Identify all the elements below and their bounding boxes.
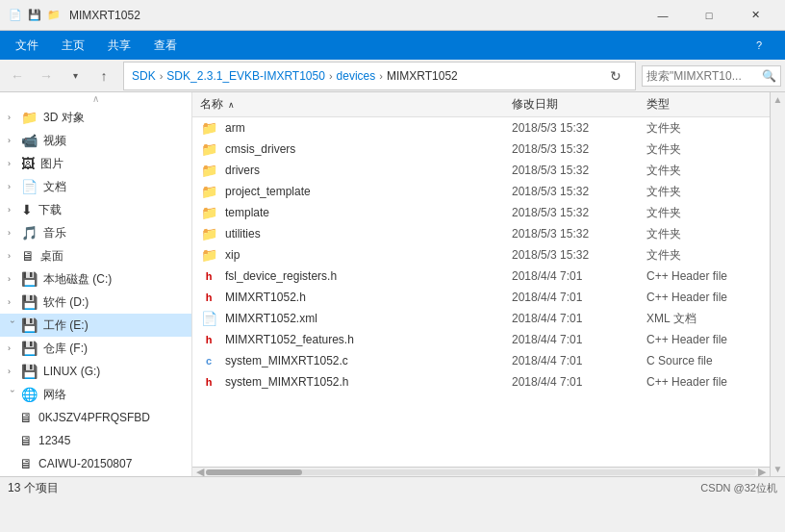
scroll-up-arrow[interactable]: ▲ [772, 92, 785, 107]
v-scrollbar[interactable]: ▲ ▼ [770, 92, 785, 476]
sidebar-item-network[interactable]: › 🌐 网络 [0, 383, 191, 406]
breadcrumb-devices[interactable]: devices [337, 69, 376, 83]
chevron-desktop: › [8, 251, 17, 261]
sidebar-item-music[interactable]: › 🎵 音乐 [0, 221, 191, 244]
recent-button[interactable]: ▾ [62, 63, 89, 89]
file-type: 文件夹 [646, 226, 762, 242]
window-title: MIMXRT1052 [69, 9, 641, 22]
breadcrumb-current[interactable]: MIMXRT1052 [387, 69, 458, 83]
chevron-network: › [8, 390, 17, 399]
file-row[interactable]: h fsl_device_registers.h 2018/4/4 7:01 C… [192, 266, 770, 287]
pictures-icon: 🖼 [21, 156, 35, 171]
sidebar-item-video[interactable]: › 📹 视频 [0, 129, 191, 152]
sidebar-label-network: 网络 [43, 387, 66, 403]
sidebar-item-3d[interactable]: › 📁 3D 对象 [0, 106, 191, 129]
toolbar: ← → ▾ ↑ SDK › SDK_2.3.1_EVKB-IMXRT1050 ›… [0, 60, 785, 92]
breadcrumb-evkb[interactable]: SDK_2.3.1_EVKB-IMXRT1050 [166, 69, 325, 83]
file-row[interactable]: h system_MIMXRT1052.h 2018/4/4 7:01 C++ … [192, 371, 770, 393]
sidebar-label-desktop: 桌面 [40, 248, 63, 265]
file-name: system_MIMXRT1052.h [225, 375, 512, 389]
file-name: arm [225, 121, 512, 135]
menu-view[interactable]: 查看 [142, 31, 189, 60]
chevron-docs: › [8, 182, 17, 191]
search-icon[interactable]: 🔍 [758, 69, 780, 83]
file-row[interactable]: c system_MIMXRT1052.c 2018/4/4 7:01 C So… [192, 350, 770, 371]
file-row[interactable]: h MIMXRT1052_features.h 2018/4/4 7:01 C+… [192, 329, 770, 350]
docs-icon: 📄 [21, 179, 38, 194]
file-row[interactable]: 📁 arm 2018/5/3 15:32 文件夹 [192, 117, 770, 139]
sidebar-item-net2[interactable]: 🖥 12345 [0, 429, 191, 452]
file-date: 2018/5/3 15:32 [512, 142, 646, 156]
refresh-button[interactable]: ↻ [604, 66, 627, 86]
file-date: 2018/4/4 7:01 [512, 354, 646, 367]
file-row[interactable]: 📁 project_template 2018/5/3 15:32 文件夹 [192, 181, 770, 202]
col-type-header[interactable]: 类型 [646, 96, 762, 113]
sidebar-item-net1[interactable]: 🖥 0KJSZV4PFRQSFBD [0, 406, 191, 429]
sort-arrow: ∧ [228, 100, 235, 110]
close-button[interactable]: ✕ [733, 0, 777, 31]
col-date-header[interactable]: 修改日期 [512, 96, 646, 113]
sidebar-scroll-up[interactable]: ∧ [0, 92, 191, 106]
file-row[interactable]: 📁 utilities 2018/5/3 15:32 文件夹 [192, 223, 770, 244]
scroll-right[interactable]: ▶ [758, 466, 766, 476]
menu-share[interactable]: 共享 [96, 31, 142, 60]
file-date: 2018/5/3 15:32 [512, 227, 646, 241]
file-icon: 📁 [200, 205, 217, 220]
file-type: C++ Header file [646, 291, 762, 304]
help-button[interactable]: ? [737, 30, 781, 61]
file-date: 2018/5/3 15:32 [512, 206, 646, 219]
breadcrumb: SDK › SDK_2.3.1_EVKB-IMXRT1050 › devices… [123, 62, 636, 90]
file-icon: h [200, 291, 217, 303]
file-row[interactable]: 📄 MIMXRT1052.xml 2018/4/4 7:01 XML 文档 [192, 308, 770, 329]
linux-icon: 💾 [21, 364, 38, 379]
sidebar-item-downloads[interactable]: › ⬇ 下载 [0, 198, 191, 221]
breadcrumb-sep-2: › [329, 70, 333, 82]
chevron-c: › [8, 274, 17, 284]
file-row[interactable]: 📁 xip 2018/5/3 15:32 文件夹 [192, 244, 770, 266]
back-button[interactable]: ← [4, 63, 31, 89]
sidebar-label-3d: 3D 对象 [43, 110, 85, 126]
sidebar-item-docs[interactable]: › 📄 文档 [0, 175, 191, 198]
sidebar-label-net1: 0KJSZV4PFRQSFBD [38, 411, 150, 424]
maximize-button[interactable]: □ [687, 0, 731, 31]
menu-home[interactable]: 主页 [50, 31, 96, 60]
h-scroll-thumb [206, 469, 302, 475]
menu-file[interactable]: 文件 [4, 31, 50, 60]
file-row[interactable]: 📁 cmsis_drivers 2018/5/3 15:32 文件夹 [192, 139, 770, 160]
window-controls: — □ ✕ [641, 0, 777, 31]
h-scrollbar[interactable] [206, 469, 756, 475]
file-icon: c [200, 355, 217, 367]
file-date: 2018/5/3 15:32 [512, 121, 646, 135]
chevron-video: › [8, 136, 17, 145]
sidebar-item-f-drive[interactable]: › 💾 仓库 (F:) [0, 337, 191, 360]
file-row[interactable]: h MIMXRT1052.h 2018/4/4 7:01 C++ Header … [192, 287, 770, 308]
col-name-header[interactable]: 名称 ∧ [200, 96, 512, 113]
c-drive-icon: 💾 [21, 271, 38, 287]
f-drive-icon: 💾 [21, 341, 38, 356]
minimize-button[interactable]: — [641, 0, 685, 31]
sidebar-label-downloads: 下载 [38, 202, 62, 218]
sidebar-item-linux[interactable]: › 💾 LINUX (G:) [0, 360, 191, 383]
file-row[interactable]: 📁 template 2018/5/3 15:32 文件夹 [192, 202, 770, 223]
sidebar-item-pictures[interactable]: › 🖼 图片 [0, 152, 191, 175]
breadcrumb-sdk[interactable]: SDK [132, 69, 156, 83]
file-name: project_template [225, 185, 512, 198]
sidebar-item-desktop[interactable]: › 🖥 桌面 [0, 244, 191, 267]
chevron-3d: › [8, 113, 17, 122]
file-name: xip [225, 248, 512, 262]
sidebar-item-c-drive[interactable]: › 💾 本地磁盘 (C:) [0, 267, 191, 291]
sidebar-item-d-drive[interactable]: › 💾 软件 (D:) [0, 291, 191, 314]
chevron-d: › [8, 297, 17, 307]
sidebar-item-e-drive[interactable]: › 💾 工作 (E:) [0, 314, 191, 337]
sidebar-scroll-down[interactable]: ∨ [0, 475, 191, 476]
status-bar: 13 个项目 CSDN @32位机 [0, 476, 785, 499]
sidebar-label-net3: CAIWU-20150807 [38, 457, 132, 470]
search-input[interactable] [643, 69, 758, 83]
file-row[interactable]: 📁 drivers 2018/5/3 15:32 文件夹 [192, 160, 770, 181]
forward-button[interactable]: → [33, 63, 60, 89]
menu-bar: 文件 主页 共享 查看 ? [0, 31, 785, 60]
up-button[interactable]: ↑ [90, 63, 117, 89]
sidebar-item-net3[interactable]: 🖥 CAIWU-20150807 [0, 452, 191, 475]
scroll-left[interactable]: ◀ [196, 466, 204, 476]
scroll-down-arrow[interactable]: ▼ [772, 462, 785, 476]
